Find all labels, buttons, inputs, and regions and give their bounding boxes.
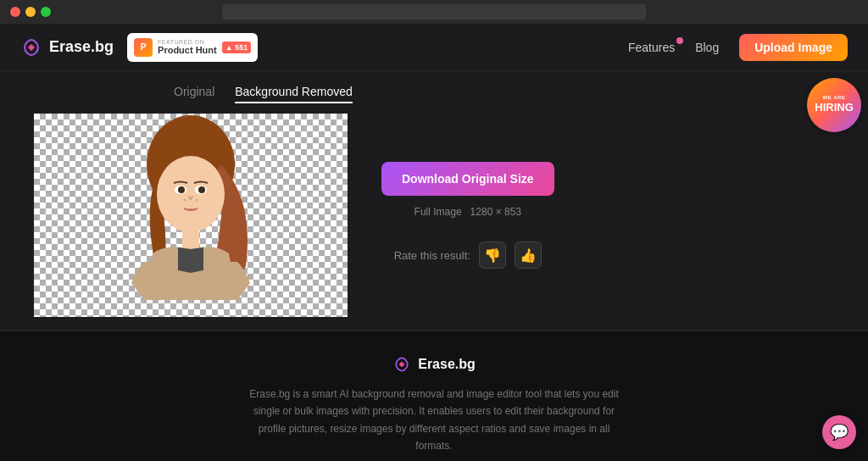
notification-dot	[676, 37, 683, 44]
navbar: Erase.bg P FEATURED ON Product Hunt ▲ 55…	[0, 24, 868, 71]
thumbs-down-icon: 👎	[484, 247, 501, 264]
logo-text: Erase.bg	[49, 38, 114, 56]
image-preview	[34, 114, 348, 317]
tab-bg-removed[interactable]: Background Removed	[235, 85, 353, 103]
tab-original[interactable]: Original	[174, 85, 214, 103]
ph-name-label: Product Hunt	[158, 45, 217, 55]
svg-point-2	[157, 156, 225, 232]
window-bar	[0, 0, 868, 24]
hiring-inner: WE ARE HIRING	[807, 78, 861, 132]
url-bar[interactable]	[222, 4, 646, 19]
svg-point-9	[196, 199, 198, 202]
chat-icon: 💬	[830, 423, 849, 442]
rate-label: Rate this result:	[394, 249, 470, 262]
nav-features-link[interactable]: Features	[628, 41, 675, 54]
ph-icon: P	[134, 38, 153, 57]
svg-point-8	[184, 199, 186, 202]
footer-logo-icon	[392, 355, 411, 374]
close-dot[interactable]	[10, 7, 20, 17]
person-image	[34, 114, 348, 317]
thumbs-down-button[interactable]: 👎	[479, 242, 506, 269]
download-button[interactable]: Download Original Size	[381, 162, 554, 196]
logo-icon	[20, 36, 42, 58]
thumbs-up-icon: 👍	[520, 247, 537, 264]
product-hunt-badge[interactable]: P FEATURED ON Product Hunt ▲ 551	[127, 33, 258, 62]
svg-point-6	[178, 186, 185, 193]
nav-blog-link[interactable]: Blog	[695, 41, 719, 54]
upload-image-button[interactable]: Upload Image	[739, 34, 848, 61]
ph-text: FEATURED ON Product Hunt	[158, 39, 217, 55]
logo: Erase.bg	[20, 36, 114, 58]
thumbs-up-button[interactable]: 👍	[515, 242, 542, 269]
footer-description: Erase.bg is a smart AI background remova…	[248, 386, 620, 455]
nav-right: Features Blog Upload Image	[628, 34, 848, 61]
ph-featured-label: FEATURED ON	[158, 39, 217, 45]
hiring-label: HIRING	[815, 101, 854, 115]
image-dimensions: 1280 × 853	[470, 206, 521, 218]
footer-logo: Erase.bg	[17, 355, 851, 374]
editor-area: Download Original Size Full Image 1280 ×…	[17, 114, 851, 317]
svg-rect-3	[182, 228, 199, 249]
svg-point-10	[190, 197, 192, 199]
chat-button[interactable]: 💬	[822, 415, 856, 449]
footer: Erase.bg Erase.bg is a smart AI backgrou…	[0, 330, 868, 461]
image-info: Full Image 1280 × 853	[415, 206, 521, 218]
svg-point-7	[198, 186, 205, 193]
minimize-dot[interactable]	[25, 7, 36, 17]
right-panel: Download Original Size Full Image 1280 ×…	[381, 162, 554, 269]
footer-logo-text: Erase.bg	[418, 357, 476, 372]
hiring-we-are: WE ARE	[823, 95, 846, 102]
tab-bar: Original Background Removed	[17, 85, 851, 103]
ph-count: ▲ 551	[222, 42, 251, 53]
maximize-dot[interactable]	[41, 7, 51, 17]
main-content: WE ARE HIRING Original Background Remove…	[0, 71, 868, 330]
features-wrap: Features	[628, 41, 675, 54]
hiring-badge[interactable]: WE ARE HIRING	[807, 78, 861, 132]
image-info-label: Full Image	[415, 206, 462, 218]
rate-section: Rate this result: 👎 👍	[394, 242, 542, 269]
